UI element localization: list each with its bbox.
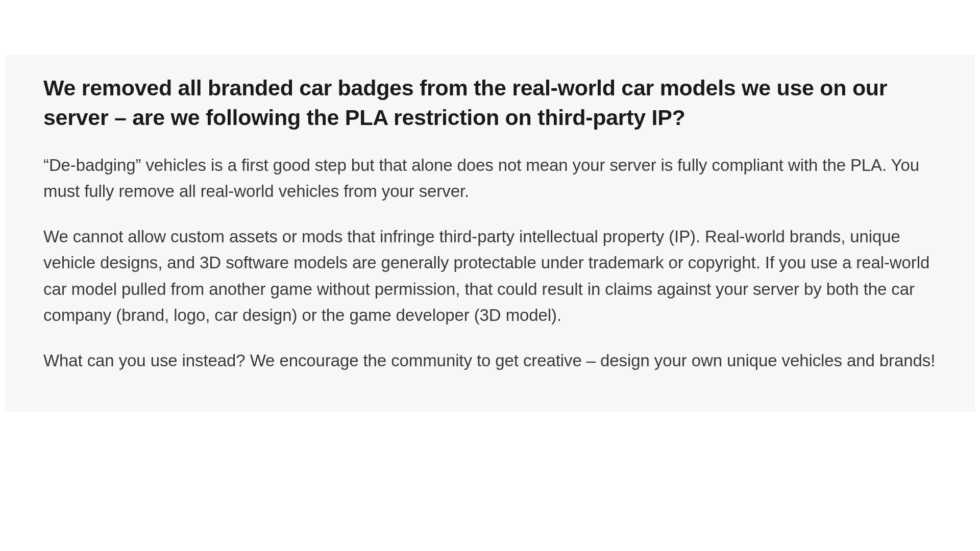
article-heading: We removed all branded car badges from t… — [43, 73, 937, 133]
article-paragraph: We cannot allow custom assets or mods th… — [43, 223, 937, 328]
faq-article-panel: We removed all branded car badges from t… — [5, 55, 975, 412]
article-paragraph: What can you use instead? We encourage t… — [43, 347, 937, 373]
article-paragraph: “De-badging” vehicles is a first good st… — [43, 152, 937, 204]
